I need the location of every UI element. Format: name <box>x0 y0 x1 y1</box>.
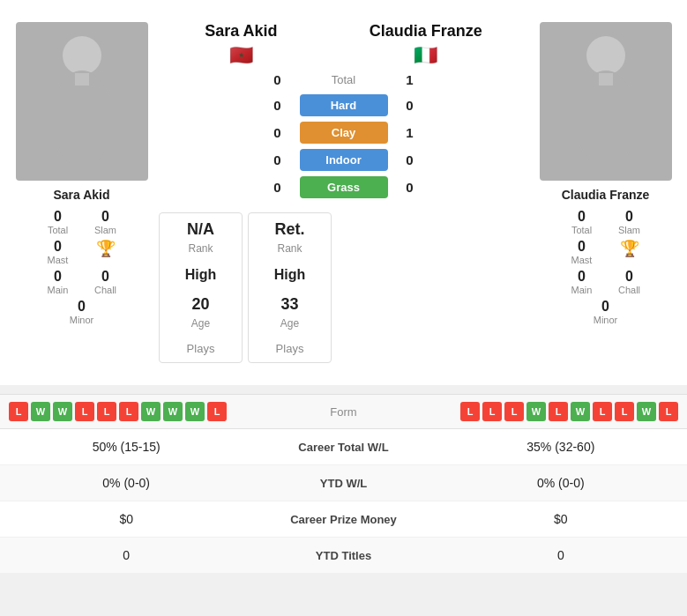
hard-badge: Hard <box>300 94 388 116</box>
right-player-header-name: Claudia Franze <box>370 22 482 41</box>
right-slam-value: 0 <box>608 209 652 225</box>
stat-row: $0 Career Prize Money $0 <box>0 501 687 538</box>
stat-right-value: 0% (0-0) <box>452 476 669 490</box>
trophy-icon-left: 🏆 <box>96 239 116 258</box>
right-player-name: Claudia Franze <box>562 188 650 202</box>
left-rank-box: N/A Rank High 20 Age Plays <box>159 212 243 363</box>
form-badge-l: L <box>659 402 678 421</box>
right-rank-box: Ret. Rank High 33 Age Plays <box>248 212 332 363</box>
stat-row-label: Career Total W/L <box>235 441 452 454</box>
right-indoor-score: 0 <box>397 152 423 167</box>
center-area: Sara Akid 🇲🇦 Claudia Franze 🇮🇹 0 Total 1… <box>159 13 528 372</box>
form-badge-l: L <box>75 402 94 421</box>
stat-left-value: 50% (15-15) <box>18 440 235 454</box>
trophy-icon-right: 🏆 <box>620 239 639 258</box>
stat-rows-container: 50% (15-15) Career Total W/L 35% (32-60)… <box>0 429 687 574</box>
left-grass-score: 0 <box>265 180 291 195</box>
svg-rect-5 <box>599 73 613 85</box>
right-plays-value: Plays <box>276 342 304 355</box>
left-rank-value: N/A <box>187 220 214 239</box>
left-player-header-name: Sara Akid <box>205 22 277 41</box>
form-badge-l: L <box>549 402 568 421</box>
players-header-row: Sara Akid 🇲🇦 Claudia Franze 🇮🇹 <box>159 22 528 67</box>
form-badge-l: L <box>615 402 634 421</box>
indoor-badge: Indoor <box>300 149 388 171</box>
svg-rect-2 <box>75 73 89 85</box>
left-age-label: Age <box>191 317 210 330</box>
stat-left-value: 0% (0-0) <box>18 476 235 490</box>
left-rank-label: Rank <box>188 242 213 255</box>
right-player-area: Claudia Franze 0 Total 0 Slam 0 Mast 🏆 0… <box>528 13 683 372</box>
form-badge-l: L <box>9 402 28 421</box>
stat-right-value: 35% (32-60) <box>452 440 669 454</box>
right-mast-label: Mast <box>571 255 593 265</box>
left-minor-label: Minor <box>60 315 104 325</box>
clay-row: 0 Clay 1 <box>159 122 528 144</box>
form-badge-w: W <box>637 402 656 421</box>
left-total-score: 0 <box>265 72 291 87</box>
left-player-area: Sara Akid 0 Total 0 Slam 0 Mast 🏆 0 Main <box>4 13 159 372</box>
stat-row: 0 YTD Titles 0 <box>0 538 687 574</box>
left-age-value: 20 <box>191 295 209 314</box>
left-flag: 🇲🇦 <box>229 44 253 67</box>
left-hard-score: 0 <box>265 98 291 113</box>
right-chall-label: Chall <box>608 285 652 295</box>
form-badge-w: W <box>31 402 50 421</box>
total-row: 0 Total 1 <box>265 72 423 87</box>
left-chall-label: Chall <box>84 285 128 295</box>
left-plays-value: Plays <box>187 342 215 355</box>
right-high-value: High <box>274 267 306 283</box>
hard-row: 0 Hard 0 <box>159 94 528 116</box>
stat-row-label: YTD W/L <box>235 477 452 490</box>
form-label: Form <box>291 405 397 419</box>
form-badge-l: L <box>460 402 480 421</box>
right-grass-score: 0 <box>397 180 423 195</box>
stat-row: 50% (15-15) Career Total W/L 35% (32-60) <box>0 429 687 465</box>
right-total-value: 0 <box>560 209 604 225</box>
left-main-value: 0 <box>54 269 62 285</box>
form-row: LWWLLLWWWL Form LLLWLWLLWL <box>0 394 687 429</box>
stat-left-value: $0 <box>18 512 235 526</box>
indoor-row: 0 Indoor 0 <box>159 149 528 171</box>
right-mast-value: 0 <box>578 239 586 255</box>
right-player-header: Claudia Franze 🇮🇹 <box>370 22 482 67</box>
left-form-badges: LWWLLLWWWL <box>9 402 291 421</box>
form-badge-l: L <box>482 402 502 421</box>
right-age-value: 33 <box>280 295 298 314</box>
stat-left-value: 0 <box>18 548 235 562</box>
grass-row: 0 Grass 0 <box>159 176 528 198</box>
top-section: Sara Akid 0 Total 0 Slam 0 Mast 🏆 0 Main <box>0 0 687 385</box>
left-player-header: Sara Akid 🇲🇦 <box>205 22 277 67</box>
left-slam-label: Slam <box>84 225 128 235</box>
right-hard-score: 0 <box>397 98 423 113</box>
clay-badge: Clay <box>300 122 388 144</box>
left-total-value: 0 <box>36 209 80 225</box>
form-badge-l: L <box>207 402 227 421</box>
bottom-section: LWWLLLWWWL Form LLLWLWLLWL 50% (15-15) C… <box>0 394 687 574</box>
form-badge-l: L <box>593 402 612 421</box>
form-badge-w: W <box>571 402 590 421</box>
form-badge-w: W <box>163 402 183 421</box>
form-badge-w: W <box>53 402 72 421</box>
surface-rows: 0 Hard 0 0 Clay 1 0 Indoor 0 0 Grass 0 <box>159 94 528 198</box>
right-slam-label: Slam <box>608 225 652 235</box>
stat-row: 0% (0-0) YTD W/L 0% (0-0) <box>0 465 687 501</box>
form-badge-w: W <box>526 402 546 421</box>
form-badge-w: W <box>185 402 205 421</box>
form-badge-w: W <box>141 402 161 421</box>
right-clay-score: 1 <box>397 125 423 140</box>
stat-right-value: $0 <box>452 512 669 526</box>
right-total-score: 1 <box>397 72 423 87</box>
right-flag: 🇮🇹 <box>414 44 437 67</box>
left-slam-value: 0 <box>84 209 128 225</box>
grass-badge: Grass <box>300 176 388 198</box>
right-total-label: Total <box>560 225 604 235</box>
stat-right-value: 0 <box>452 548 669 562</box>
right-avatar <box>540 22 672 181</box>
stat-row-label: YTD Titles <box>235 549 452 562</box>
total-label: Total <box>300 73 388 86</box>
form-badge-l: L <box>119 402 138 421</box>
form-badge-l: L <box>97 402 116 421</box>
right-main-value: 0 <box>578 269 586 285</box>
right-minor-value: 0 <box>584 299 628 315</box>
